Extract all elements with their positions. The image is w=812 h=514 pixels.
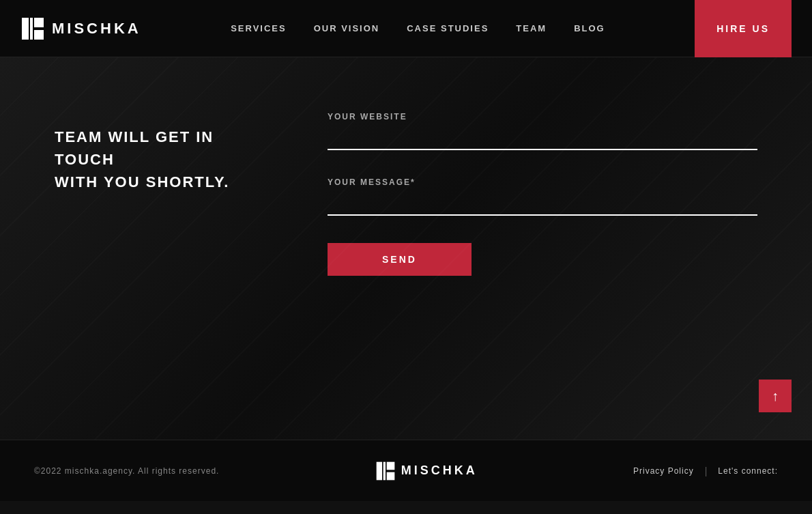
- nav-services[interactable]: SERVICES: [231, 23, 287, 33]
- svg-rect-4: [376, 461, 381, 480]
- main-nav: SERVICES OUR VISION CASE STUDIES TEAM BL…: [231, 23, 605, 33]
- footer-divider: |: [705, 466, 708, 476]
- footer-logo: MISCHKA: [375, 461, 478, 481]
- hire-us-button[interactable]: HIRE US: [695, 0, 792, 57]
- website-label: YOUR WEBSITE: [328, 112, 757, 122]
- send-button[interactable]: SEND: [328, 243, 472, 276]
- svg-rect-1: [30, 18, 33, 40]
- left-panel: TEAM WILL GET IN TOUCH WITH YOU SHORTLY.: [55, 98, 273, 193]
- back-to-top-button[interactable]: ↑: [759, 380, 792, 412]
- nav-our-vision[interactable]: OUR VISION: [314, 23, 380, 33]
- svg-rect-0: [22, 18, 29, 40]
- main-content: TEAM WILL GET IN TOUCH WITH YOU SHORTLY.…: [0, 57, 812, 440]
- footer-copyright: ©2022 mischka.agency. All rights reserve…: [34, 466, 219, 476]
- logo-area: MISCHKA: [20, 16, 141, 41]
- footer: ©2022 mischka.agency. All rights reserve…: [0, 440, 812, 501]
- svg-rect-7: [386, 472, 394, 480]
- svg-rect-6: [386, 461, 394, 470]
- footer-connect-text: Let's connect:: [718, 466, 778, 476]
- chevron-up-icon: ↑: [772, 388, 779, 404]
- message-field-group: YOUR MESSAGE*: [328, 177, 757, 216]
- message-input[interactable]: [328, 192, 757, 216]
- footer-logo-text: MISCHKA: [401, 463, 478, 478]
- footer-right: Privacy Policy | Let's connect:: [633, 466, 778, 476]
- message-label: YOUR MESSAGE*: [328, 177, 757, 187]
- confirmation-heading: TEAM WILL GET IN TOUCH WITH YOU SHORTLY.: [55, 126, 273, 193]
- nav-case-studies[interactable]: CASE STUDIES: [407, 23, 489, 33]
- website-field-group: YOUR WEBSITE: [328, 112, 757, 150]
- contact-form: YOUR WEBSITE YOUR MESSAGE* SEND: [328, 98, 757, 276]
- svg-rect-2: [34, 18, 44, 27]
- svg-rect-5: [383, 461, 385, 480]
- nav-team[interactable]: TEAM: [516, 23, 547, 33]
- logo-icon: [20, 16, 45, 41]
- nav-blog[interactable]: BLOG: [574, 23, 605, 33]
- logo-text: MISCHKA: [52, 20, 141, 38]
- svg-rect-3: [34, 30, 44, 40]
- website-input[interactable]: [328, 127, 757, 150]
- privacy-policy-link[interactable]: Privacy Policy: [633, 466, 694, 476]
- header: MISCHKA SERVICES OUR VISION CASE STUDIES…: [0, 0, 812, 57]
- footer-logo-icon: [375, 461, 396, 481]
